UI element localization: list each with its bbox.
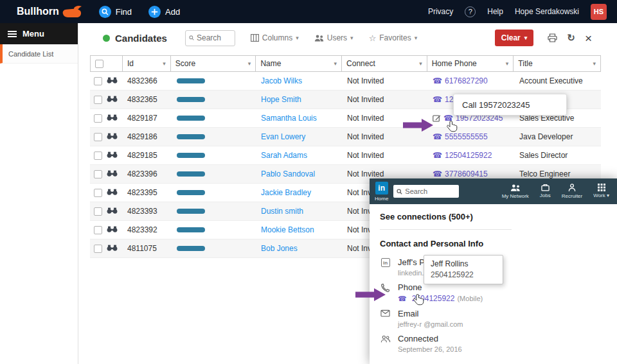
preview-icon[interactable]	[107, 95, 118, 104]
preview-icon[interactable]	[107, 151, 118, 160]
print-button[interactable]	[548, 33, 557, 42]
candidate-name-link[interactable]: Pablo Sandoval	[261, 169, 315, 178]
cell-id: 4829186	[122, 128, 170, 146]
avatar[interactable]: HS	[591, 4, 607, 20]
col-header-connect[interactable]: Connect▾	[342, 56, 427, 71]
candidate-name-link[interactable]: Jackie Bradley	[261, 188, 311, 197]
row-checkbox[interactable]	[94, 170, 102, 178]
list-search-box[interactable]	[185, 30, 235, 46]
refresh-button[interactable]: ↻	[567, 32, 575, 44]
see-connections-link[interactable]: See connections (500+)	[380, 212, 607, 221]
search-icon	[397, 189, 402, 195]
preview-icon[interactable]	[107, 188, 118, 197]
preview-icon[interactable]	[107, 114, 118, 123]
columns-icon	[251, 34, 259, 42]
candidate-name-link[interactable]: Sarah Adams	[261, 151, 307, 160]
find-button[interactable]: Find	[99, 6, 132, 18]
close-list-button[interactable]: ×	[585, 32, 592, 44]
candidate-name-link[interactable]: Mookie Bettson	[261, 225, 314, 234]
linkedin-home[interactable]: in Home	[375, 182, 388, 202]
printer-icon	[548, 33, 557, 42]
call-tooltip[interactable]: Call 19572023245	[453, 94, 567, 116]
briefcase-icon	[541, 184, 550, 191]
preview-icon[interactable]	[107, 169, 118, 178]
sidebar-item-candidate-list[interactable]: Candidate List	[0, 44, 78, 64]
mouse-cursor	[413, 293, 424, 309]
clear-button[interactable]: Clear ▾	[495, 30, 534, 46]
cell-id: 4832365	[122, 91, 170, 108]
preview-icon[interactable]	[107, 132, 118, 141]
score-bar	[177, 209, 205, 214]
search-icon	[189, 35, 194, 41]
linkedin-nav-recruiter[interactable]: Recruiter	[562, 184, 582, 199]
popup-contact-name: Jeff Rollins	[431, 259, 496, 268]
cell-connect: Not Invited	[342, 72, 427, 90]
entity-status-dot	[103, 35, 110, 42]
row-checkbox[interactable]	[94, 133, 102, 141]
row-checkbox[interactable]	[94, 189, 102, 197]
select-all-header[interactable]	[91, 56, 123, 71]
linkedin-nav-jobs[interactable]: Jobs	[540, 184, 551, 199]
row-checkbox[interactable]	[94, 77, 102, 85]
preview-icon[interactable]	[107, 76, 118, 85]
row-checkbox[interactable]	[94, 226, 102, 234]
col-header-name[interactable]: Name▾	[256, 56, 342, 71]
row-checkbox[interactable]	[94, 152, 102, 160]
col-header-score[interactable]: Score▾	[171, 56, 256, 71]
users-dropdown[interactable]: Users ▾	[314, 33, 353, 42]
chevron-down-icon: ▾	[334, 60, 337, 67]
preview-icon[interactable]	[107, 207, 118, 216]
linkedin-nav-my-network[interactable]: My Network	[502, 184, 529, 199]
phone-link[interactable]: 6176827290	[445, 76, 488, 85]
candidate-name-link[interactable]: Bob Jones	[261, 244, 298, 253]
linkedin-nav-bar: in Home Search My Network Jobs Recruite	[370, 178, 617, 204]
preview-icon[interactable]	[107, 244, 118, 253]
linkedin-logo: in	[375, 182, 388, 195]
phone-icon: ☎	[433, 170, 442, 178]
col-header-home-phone[interactable]: Home Phone▾	[427, 56, 514, 71]
candidate-name-link[interactable]: Dustin smith	[261, 207, 303, 216]
phone-link[interactable]: 3778609415	[445, 169, 488, 178]
candidate-name-link[interactable]: Hope Smith	[261, 95, 301, 104]
row-checkbox[interactable]	[94, 207, 102, 216]
col-header-title[interactable]: Title▾	[514, 56, 600, 71]
add-button[interactable]: Add	[148, 6, 180, 18]
columns-dropdown[interactable]: Columns ▾	[251, 33, 299, 42]
bullhorn-logo-text: Bullhorn	[17, 6, 59, 17]
cell-id: 4823396	[122, 165, 170, 183]
score-bar	[177, 134, 205, 139]
chevron-down-icon: ▾	[593, 60, 596, 67]
cell-id: 4829185	[122, 146, 170, 164]
user-name[interactable]: Hope Serdakowski	[515, 7, 579, 16]
list-toolbar: Candidates Columns ▾ Users ▾ ☆ Favorites…	[78, 23, 617, 53]
row-checkbox[interactable]	[94, 114, 102, 123]
page-title: Candidates	[115, 33, 167, 44]
search-input[interactable]	[197, 33, 231, 42]
cell-score	[170, 146, 256, 164]
users-icon	[314, 35, 324, 42]
search-icon	[99, 6, 111, 18]
mouse-cursor	[447, 120, 458, 135]
candidate-name-link[interactable]: Samantha Louis	[261, 114, 317, 123]
menu-button[interactable]: Menu	[0, 23, 78, 44]
help-icon[interactable]: ?	[465, 6, 476, 17]
linkedin-nav-work[interactable]: Work ▾	[593, 184, 609, 199]
col-header-id[interactable]: Id▾	[123, 56, 171, 71]
row-checkbox[interactable]	[94, 245, 102, 253]
favorites-dropdown[interactable]: ☆ Favorites ▾	[369, 33, 418, 42]
connected-label: Connected	[398, 334, 462, 343]
linkedin-search-box[interactable]: Search	[393, 185, 459, 198]
candidate-name-link[interactable]: Jacob Wilks	[261, 76, 302, 85]
candidate-name-link[interactable]: Evan Lowery	[261, 132, 305, 141]
phone-link[interactable]: 12504125922	[445, 151, 492, 160]
cell-score	[170, 239, 256, 257]
cell-score	[170, 72, 256, 90]
table-header-row: Id▾ Score▾ Name▾ Connect▾ Home Phone▾ Ti…	[90, 55, 601, 72]
preview-icon[interactable]	[107, 225, 118, 234]
row-checkbox[interactable]	[94, 96, 102, 104]
privacy-link[interactable]: Privacy	[428, 7, 453, 16]
bullhorn-bull-icon	[62, 5, 82, 19]
plus-icon	[148, 6, 161, 18]
select-all-checkbox[interactable]	[95, 60, 103, 68]
help-link[interactable]: Help	[487, 7, 503, 16]
